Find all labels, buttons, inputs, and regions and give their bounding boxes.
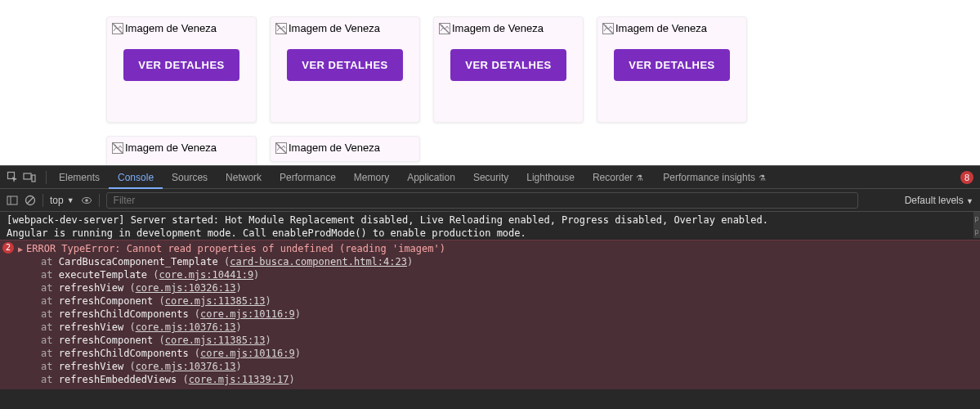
ver-detalhes-button[interactable]: VER DETALHES — [614, 49, 729, 81]
broken-image-icon: Imagem de Veneza — [275, 22, 414, 34]
console-output: [webpack-dev-server] Server started: Hot… — [0, 212, 980, 391]
error-block: 2 ▶ ERROR TypeError: Cannot read propert… — [0, 240, 980, 389]
devtools-tab-security[interactable]: Security — [464, 166, 517, 189]
broken-image-icon: Imagem de Veneza — [112, 22, 251, 34]
stack-frame: at refreshView (core.mjs:10376:13) — [0, 360, 980, 373]
devtools-tab-network[interactable]: Network — [217, 166, 271, 189]
source-link[interactable]: core.mjs:11339:17 — [189, 374, 289, 385]
flask-icon: ⚗ — [757, 173, 767, 183]
sidebar-marker: p — [973, 225, 980, 238]
separator — [43, 194, 43, 207]
svg-rect-19 — [24, 173, 31, 179]
source-link[interactable]: core.mjs:11385:13 — [165, 335, 266, 346]
sidebar-marker: p — [973, 212, 980, 225]
card: Imagem de VenezaVER DETALHES — [106, 16, 257, 123]
devtools-tab-lighthouse[interactable]: Lighthouse — [517, 166, 584, 189]
filter-input[interactable] — [106, 192, 858, 209]
chevron-down-icon: ▼ — [966, 197, 973, 205]
card: Imagem de Veneza — [270, 136, 420, 162]
stack-frame: at executeTemplate (core.mjs:10441:9) — [0, 268, 980, 281]
svg-rect-21 — [7, 196, 17, 204]
sidebar-toggle-icon[interactable] — [7, 195, 18, 206]
stack-frame: at refreshEmbeddedViews (core.mjs:11339:… — [0, 373, 980, 386]
separator — [46, 171, 47, 184]
svg-line-17 — [276, 143, 286, 153]
devtools-tab-performance[interactable]: Performance — [271, 166, 345, 189]
log-line: Angular is running in development mode. … — [0, 227, 980, 240]
error-stack: at CardBuscaComponent_Template (card-bus… — [0, 255, 980, 386]
svg-line-11 — [603, 24, 613, 34]
execution-context-selector[interactable]: top ▼ — [50, 195, 74, 206]
svg-point-26 — [85, 199, 88, 202]
image-alt-text: Imagem de Veneza — [289, 142, 380, 154]
ver-detalhes-button[interactable]: VER DETALHES — [450, 49, 566, 81]
console-toolbar: top ▼ Default levels ▼ — [0, 189, 980, 212]
stack-frame: at refreshView (core.mjs:10326:13) — [0, 281, 980, 294]
source-link[interactable]: core.mjs:10116:9 — [200, 348, 295, 359]
inspect-element-icon[interactable] — [7, 171, 20, 184]
card: Imagem de VenezaVER DETALHES — [433, 16, 584, 123]
devtools-tab-elements[interactable]: Elements — [50, 166, 109, 189]
source-link[interactable]: core.mjs:10116:9 — [200, 308, 295, 320]
card: Imagem de VenezaVER DETALHES — [597, 16, 747, 123]
stack-frame: at refreshChildComponents (core.mjs:1011… — [0, 308, 980, 321]
stack-frame: at refreshView (core.mjs:10376:13) — [0, 321, 980, 334]
chevron-down-icon: ▼ — [67, 196, 74, 204]
svg-line-5 — [276, 24, 286, 34]
broken-image-icon: Imagem de Veneza — [275, 142, 414, 154]
stack-frame: at refreshComponent (core.mjs:11385:13) — [0, 294, 980, 308]
svg-line-2 — [113, 24, 123, 34]
source-link[interactable]: core.mjs:10376:13 — [136, 321, 236, 333]
devtools-tab-sources[interactable]: Sources — [163, 166, 217, 189]
flask-icon: ⚗ — [634, 173, 645, 183]
svg-line-8 — [440, 24, 450, 34]
context-label: top — [50, 195, 64, 206]
expand-arrow-icon[interactable]: ▶ — [18, 243, 23, 256]
source-link[interactable]: card-busca.component.html:4:23 — [230, 256, 407, 267]
devtools-tab-memory[interactable]: Memory — [345, 166, 398, 189]
device-toggle-icon[interactable] — [23, 171, 36, 184]
devtools-tab-application[interactable]: Application — [398, 166, 464, 189]
devtools-tab-performance-insights[interactable]: Performance insights⚗ — [654, 166, 776, 189]
svg-line-24 — [27, 197, 34, 204]
ver-detalhes-button[interactable]: VER DETALHES — [123, 49, 239, 81]
image-alt-text: Imagem de Veneza — [452, 22, 544, 34]
source-link[interactable]: core.mjs:10326:13 — [136, 282, 236, 294]
error-heading: ERROR TypeError: Cannot read properties … — [0, 242, 980, 255]
image-alt-text: Imagem de Veneza — [125, 22, 217, 34]
log-levels-selector[interactable]: Default levels ▼ — [905, 195, 973, 206]
devtools-tab-recorder[interactable]: Recorder⚗ — [584, 166, 654, 189]
source-link[interactable]: core.mjs:11385:13 — [165, 295, 266, 307]
broken-image-icon: Imagem de Veneza — [112, 142, 251, 154]
devtools-tab-console[interactable]: Console — [109, 166, 163, 189]
source-link[interactable]: core.mjs:10376:13 — [136, 361, 236, 372]
stack-frame: at CardBuscaComponent_Template (card-bus… — [0, 255, 980, 268]
live-expression-icon[interactable] — [81, 195, 92, 206]
log-line: [webpack-dev-server] Server started: Hot… — [0, 213, 980, 227]
svg-rect-20 — [32, 175, 35, 182]
separator — [99, 194, 100, 207]
error-count-badge[interactable]: 8 — [960, 171, 973, 184]
devtools-tabstrip: ElementsConsoleSourcesNetworkPerformance… — [0, 166, 980, 189]
image-alt-text: Imagem de Veneza — [289, 22, 380, 34]
clear-console-icon[interactable] — [25, 195, 36, 206]
source-link[interactable]: core.mjs:10441:9 — [159, 269, 254, 281]
image-alt-text: Imagem de Veneza — [615, 22, 707, 34]
stack-frame: at refreshComponent (core.mjs:11385:13) — [0, 334, 980, 347]
broken-image-icon: Imagem de Veneza — [602, 22, 741, 34]
stack-frame: at refreshChildComponents (core.mjs:1011… — [0, 347, 980, 360]
svg-line-14 — [113, 143, 123, 153]
ver-detalhes-button[interactable]: VER DETALHES — [287, 49, 402, 81]
error-repeat-badge: 2 — [2, 242, 14, 254]
broken-image-icon: Imagem de Veneza — [439, 22, 578, 34]
image-alt-text: Imagem de Veneza — [125, 142, 217, 154]
card: Imagem de VenezaVER DETALHES — [270, 16, 420, 123]
devtools-panel: ElementsConsoleSourcesNetworkPerformance… — [0, 165, 980, 409]
